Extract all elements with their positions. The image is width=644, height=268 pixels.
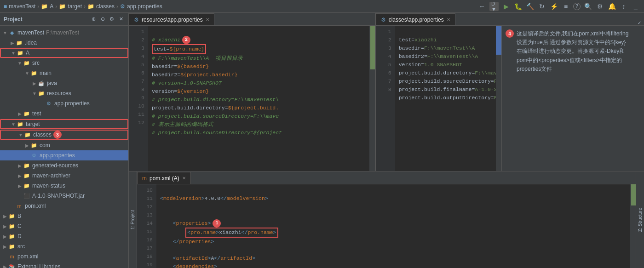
tab-pom-xml-A[interactable]: m pom.xml (A) ✕ — [137, 172, 191, 184]
bottom-tab-bar: m pom.xml (A) ✕ — [137, 171, 636, 184]
tree-item-test[interactable]: ▶ 📁 test — [0, 108, 128, 119]
sidebar-close-icon[interactable]: ✕ — [117, 16, 125, 23]
folder-icon: 📁 — [23, 59, 30, 67]
tree-item-jar[interactable]: ▶ ⬛ A-1.0-SNAPSHOT.jar — [0, 191, 128, 201]
tree-item-mavenTest[interactable]: ▼ ◆ mavenTest F:\mavenTest — [0, 28, 128, 38]
debug-icon[interactable]: 🐛 — [513, 2, 523, 11]
tree-item-app-properties-target[interactable]: ▶ ⚙ app.properties — [0, 150, 128, 160]
tree-item-main[interactable]: ▼ 📁 main — [0, 68, 128, 78]
folder-icon: 📁 — [24, 131, 31, 138]
bottom-scroll-gutter[interactable] — [630, 184, 636, 268]
tree-item-src-root[interactable]: ▶ 📁 src — [0, 241, 128, 251]
build-icon[interactable]: 🔨 — [525, 2, 535, 11]
tree-item-maven-status[interactable]: ▶ 📁 maven-status — [0, 181, 128, 191]
search-icon[interactable]: 🔍 — [583, 2, 592, 11]
bottom-minimap — [631, 184, 636, 268]
tree-arrow: ▶ — [9, 40, 16, 46]
tab-classes-app-properties[interactable]: ⚙ classes\app.properties ✕ — [376, 13, 455, 25]
folder-icon: 📁 — [8, 212, 16, 220]
bottom-editor-content: 10111213141516171819 <modelVersion>4.0.0… — [137, 184, 636, 268]
tree-item-src[interactable]: ▼ 📁 src — [0, 58, 128, 68]
profile-icon[interactable]: ⚡ — [549, 2, 558, 11]
folder-icon: 📁 — [17, 120, 24, 128]
tree-arrow: ▶ — [24, 143, 30, 148]
bottom-line-numbers: 10111213141516171819 — [137, 184, 156, 268]
right-line-numbers: 12345678 — [376, 26, 395, 171]
structure-sidebar[interactable]: 1: Project — [129, 171, 137, 268]
bubble-4: 4 — [506, 29, 514, 38]
left-editor-pane: ⚙ resources\app.properties ✕ 12345678910… — [129, 13, 375, 171]
sidebar-header: Project ⊕ ⊖ ⚙ ✕ — [0, 13, 128, 26]
folder-icon: 📁 — [30, 69, 38, 77]
annotation-panel: 4 这是编译后的文件,我们在pom.xml中将filtering 设置为true… — [501, 26, 644, 171]
tree-arrow: ▶ — [31, 81, 38, 86]
tree-item-java[interactable]: ▶ ☕ java — [0, 78, 128, 88]
tab-close-bottom[interactable]: ✕ — [182, 176, 186, 181]
tree-item-com[interactable]: ▶ 📁 com — [0, 140, 128, 150]
top-bar-actions: ← D ▼ ▶ 🐛 🔨 ↻ ⚡ ≡ ? 🔍 ⚙ 🔔 ↕ _ — [477, 2, 640, 11]
left-scroll-gutter[interactable] — [369, 26, 375, 171]
notifications-icon[interactable]: 🔔 — [607, 2, 616, 11]
sidebar-collapse-icon[interactable]: ⊖ — [99, 16, 106, 23]
folder-icon: 📁 — [30, 142, 38, 149]
tree-arrow: ▶ — [2, 214, 8, 219]
right-editor-pane: ⚙ classes\app.properties ✕ ✓ 12345678 — [375, 13, 644, 171]
tree-arrow: ▶ — [17, 111, 23, 116]
tree-arrow: ▼ — [10, 122, 17, 127]
z-structure-panel[interactable]: Z: Structure — [636, 171, 644, 268]
tree-item-generated-sources[interactable]: ▶ 📁 generated-sources — [0, 160, 128, 171]
tree-arrow: ▶ — [2, 244, 8, 249]
right-editor-tabs: ⚙ classes\app.properties ✕ ✓ — [376, 13, 644, 26]
left-line-numbers: 123456789101112 — [129, 26, 148, 171]
xml-icon: m — [16, 202, 23, 210]
xml-tab-icon: m — [142, 175, 147, 182]
coverage-icon[interactable]: ≡ — [561, 2, 570, 11]
tree-item-idea[interactable]: ▶ 📁 .idea — [0, 38, 128, 48]
help-icon[interactable]: ? — [573, 3, 581, 10]
folder-icon: 📁 — [38, 90, 45, 97]
tab-close-left[interactable]: ✕ — [206, 17, 209, 22]
content-area: ⚙ resources\app.properties ✕ 12345678910… — [129, 13, 644, 268]
sync-icon[interactable]: ↻ — [537, 2, 546, 11]
badge-3: 3 — [53, 131, 62, 139]
bottom-editor-code[interactable]: <modelVersion>4.0.0</modelVersion> <prop… — [156, 184, 630, 268]
tab-close-right[interactable]: ✕ — [447, 17, 450, 22]
folder-icon: 📁 — [23, 162, 30, 169]
bottom-editor-area: 1: Project m pom.xml (A) ✕ — [129, 171, 644, 268]
project-tree: ▼ ◆ mavenTest F:\mavenTest ▶ 📁 .idea ▼ 📁… — [0, 26, 128, 268]
tree-arrow: ▶ — [17, 163, 23, 168]
properties-tab-icon: ⚙ — [134, 17, 139, 23]
tree-item-B[interactable]: ▶ 📁 B — [0, 211, 128, 221]
run-icon[interactable]: ▶ — [501, 2, 511, 11]
sidebar-expand-icon[interactable]: ⊕ — [90, 16, 97, 23]
tree-item-pom-A[interactable]: ▶ m pom.xml — [0, 201, 128, 211]
folder-icon: 📁 — [8, 222, 16, 230]
tree-item-C[interactable]: ▶ 📁 C — [0, 221, 128, 231]
tree-item-D[interactable]: ▶ 📁 D — [0, 231, 128, 241]
right-editor-code[interactable]: test=xiaozhi basedir=F:\\mavenTest\\A ba… — [395, 26, 496, 171]
tree-item-resources[interactable]: ▼ 📁 resources — [0, 88, 128, 98]
vcs-icon[interactable]: ↕ — [619, 2, 628, 11]
tree-item-classes[interactable]: ▼ 📁 classes 3 — [0, 130, 128, 140]
tree-arrow: ▶ — [2, 224, 8, 229]
tree-item-app-properties-src[interactable]: ▶ ⚙ app.properties — [0, 98, 128, 108]
tree-item-ext-libs[interactable]: ▶ 📚 External Libraries — [0, 262, 128, 268]
top-bar: ■ mavenTest › 📁 A › 📁 target › 📁 classes… — [0, 0, 644, 13]
back-icon[interactable]: ← — [477, 2, 487, 11]
close-all-button[interactable]: ✓ — [638, 20, 644, 25]
tab-resources-app-properties[interactable]: ⚙ resources\app.properties ✕ — [129, 13, 214, 25]
left-editor-code[interactable]: # xiaozhi2 test=${pro.name} # F:\\mavenT… — [148, 26, 369, 171]
tree-item-A[interactable]: ▼ 📁 A — [0, 48, 128, 58]
right-scroll-gutter[interactable] — [496, 26, 501, 171]
settings-icon[interactable]: ⚙ — [595, 2, 604, 11]
jar-icon: ⬛ — [23, 192, 30, 200]
tree-item-target[interactable]: ▼ 📁 target — [0, 119, 128, 129]
sidebar-settings-icon[interactable]: ⚙ — [108, 16, 115, 23]
terminal-icon[interactable]: _ — [631, 2, 640, 11]
dropdown-icon[interactable]: D ▼ — [489, 2, 499, 11]
tree-arrow: ▶ — [17, 183, 23, 188]
tree-item-pom-root[interactable]: ▶ m pom.xml — [0, 251, 128, 262]
folder-icon: 📁 — [17, 49, 24, 57]
tree-item-maven-archiver[interactable]: ▶ 📁 maven-archiver — [0, 171, 128, 181]
project-sidebar: Project ⊕ ⊖ ⚙ ✕ ▼ ◆ mavenTest F:\mavenTe… — [0, 13, 129, 268]
